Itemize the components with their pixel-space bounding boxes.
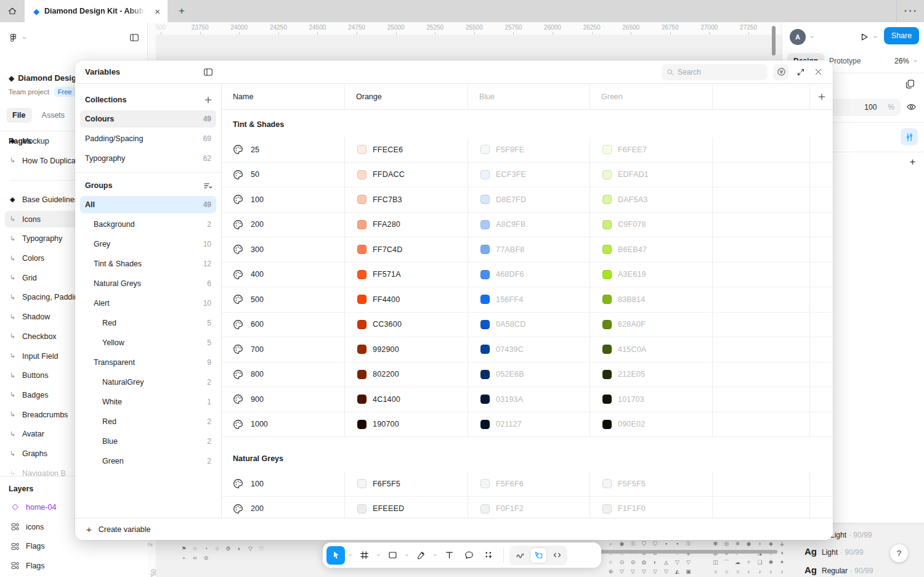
group-all[interactable]: All49	[75, 195, 221, 215]
value-cell-green[interactable]: 415C0A	[590, 337, 713, 362]
group-alert[interactable]: Alert10	[75, 293, 221, 313]
collapse-panel-icon[interactable]	[203, 67, 213, 77]
play-icon[interactable]	[859, 32, 869, 42]
group-red[interactable]: Red2	[75, 412, 221, 432]
variable-row[interactable]: 9004C140003193A101703	[222, 387, 833, 412]
chevron-down-icon[interactable]	[873, 35, 878, 39]
value-cell-blue[interactable]: 156FF4	[468, 287, 590, 313]
value-cell-orange[interactable]: EFEEED	[345, 497, 468, 518]
variable-row[interactable]: 25FFECE6F5F9FEF6FEE7	[222, 137, 833, 163]
value-cell-orange[interactable]: FFA280	[345, 213, 468, 238]
value-cell-green[interactable]: F6FEE7	[590, 137, 713, 163]
pen-tool[interactable]	[411, 546, 430, 565]
filter-button[interactable]	[773, 64, 789, 80]
value-cell-green[interactable]: 83B814	[590, 287, 713, 313]
value-cell-orange[interactable]: 4C1400	[345, 387, 468, 412]
value-cell-blue[interactable]: ECF3FE	[468, 163, 590, 188]
value-cell-green[interactable]: F1F1F0	[590, 497, 713, 518]
collapse-sidebar-icon[interactable]	[129, 33, 139, 43]
column-header-green[interactable]: Green	[590, 84, 713, 109]
variable-row[interactable]: 200EFEEEDF0F1F2F1F1F0	[222, 497, 833, 518]
create-variable-row[interactable]: + Create variable	[75, 518, 833, 540]
group-natural-greys[interactable]: Natural Greys6	[75, 274, 221, 293]
variable-row[interactable]: 100FFC7B3D8E7FDDAF5A3	[222, 187, 833, 213]
group-red[interactable]: Red5	[75, 313, 221, 333]
value-cell-blue[interactable]: F0F1F2	[468, 497, 590, 518]
value-cell-blue[interactable]: 07439C	[468, 337, 590, 362]
tab-prototype[interactable]: Prototype	[829, 57, 861, 65]
chevron-down-icon[interactable]	[346, 553, 354, 557]
collection-colours[interactable]: Colours49	[75, 109, 221, 129]
home-button[interactable]	[0, 0, 25, 22]
zoom-control[interactable]: 26%	[894, 57, 918, 65]
variable-row[interactable]: 50FFDACCECF3FEEDFAD1	[222, 163, 833, 188]
chevron-down-icon[interactable]	[375, 553, 382, 557]
expand-icon[interactable]	[795, 68, 807, 76]
value-cell-blue[interactable]: 021127	[468, 412, 590, 438]
column-header-blue[interactable]: Blue	[468, 84, 590, 109]
shape-tool[interactable]	[383, 546, 402, 565]
value-cell-green[interactable]: 090E02	[590, 412, 713, 438]
draw-mode[interactable]	[511, 547, 529, 563]
visibility-eye-icon[interactable]	[906, 102, 917, 112]
group-grey[interactable]: Grey10	[75, 234, 221, 254]
new-tab-button[interactable]: +	[168, 0, 196, 22]
value-cell-blue[interactable]: F5F9FE	[468, 137, 590, 163]
value-cell-green[interactable]: 212E05	[590, 362, 713, 388]
group-tint-shades[interactable]: Tint & Shades12	[75, 254, 221, 274]
group-transparent[interactable]: Transparent9	[75, 353, 221, 372]
value-cell-orange[interactable]: F6F5F5	[345, 472, 468, 497]
tab-file[interactable]: File	[6, 108, 32, 123]
value-cell-blue[interactable]: 03193A	[468, 387, 590, 412]
value-cell-blue[interactable]: 0A58CD	[468, 313, 590, 338]
variable-row[interactable]: 500FF4400156FF483B814	[222, 287, 833, 313]
close-icon[interactable]	[813, 68, 824, 76]
move-tool[interactable]	[326, 546, 345, 565]
group-background[interactable]: Background2	[75, 215, 221, 234]
value-cell-green[interactable]: B6EB47	[590, 237, 713, 263]
tab-assets[interactable]: Assets	[36, 108, 71, 123]
value-cell-green[interactable]: 101703	[590, 387, 713, 412]
value-cell-orange[interactable]: FFC7B3	[345, 187, 468, 213]
collapse-groups-icon[interactable]	[203, 181, 213, 190]
add-mode-button[interactable]	[810, 84, 833, 109]
vertical-scrollbar[interactable]	[772, 26, 776, 55]
chevron-down-icon[interactable]	[809, 35, 814, 39]
group-blue[interactable]: Blue2	[75, 432, 221, 451]
actions-tool[interactable]	[479, 546, 498, 565]
group-white[interactable]: White1	[75, 392, 221, 412]
file-tab[interactable]: ◆ Diamond Design Kit - Abubakriqb ×	[25, 0, 168, 22]
add-collection-icon[interactable]	[204, 96, 213, 104]
value-cell-orange[interactable]: 992900	[345, 337, 468, 362]
value-cell-blue[interactable]: 77ABF8	[468, 237, 590, 263]
variable-row[interactable]: 300FF7C4D77ABF8B6EB47	[222, 237, 833, 263]
variable-row[interactable]: 70099290007439C415C0A	[222, 337, 833, 362]
search-field[interactable]	[662, 64, 768, 80]
layer-Flags[interactable]: Flags	[0, 556, 148, 576]
collection-typography[interactable]: Typography62	[75, 149, 221, 168]
value-cell-orange[interactable]: FFECE6	[345, 137, 468, 163]
value-cell-green[interactable]: F5F5F5	[590, 472, 713, 497]
value-cell-orange[interactable]: FF571A	[345, 263, 468, 288]
variable-row[interactable]: 1000190700021127090E02	[222, 412, 833, 438]
value-cell-blue[interactable]: 052E6B	[468, 362, 590, 388]
variable-row[interactable]: 400FF571A468DF6A3E619	[222, 263, 833, 288]
variable-row[interactable]: 600CC36000A58CD628A0F	[222, 313, 833, 338]
variable-row[interactable]: 200FFA280A8C9FBC9F078	[222, 213, 833, 238]
value-cell-orange[interactable]: CC3600	[345, 313, 468, 338]
group-green[interactable]: Green2	[75, 451, 221, 471]
dev-mode[interactable]	[530, 547, 547, 563]
value-cell-orange[interactable]: FF7C4D	[345, 237, 468, 263]
value-cell-green[interactable]: C9F078	[590, 213, 713, 238]
chevron-down-icon[interactable]	[403, 553, 410, 557]
code-mode[interactable]	[548, 547, 565, 563]
comment-tool[interactable]	[460, 546, 478, 565]
group-naturalgrey[interactable]: NaturalGrey2	[75, 372, 221, 392]
value-cell-orange[interactable]: FFDACC	[345, 163, 468, 188]
group-yellow[interactable]: Yellow5	[75, 333, 221, 353]
value-cell-green[interactable]: EDFAD1	[590, 163, 713, 188]
add-icon[interactable]: +	[910, 157, 915, 168]
column-header-orange[interactable]: Orange	[345, 84, 468, 109]
value-cell-blue[interactable]: D8E7FD	[468, 187, 590, 213]
close-tab-icon[interactable]: ×	[152, 6, 163, 17]
